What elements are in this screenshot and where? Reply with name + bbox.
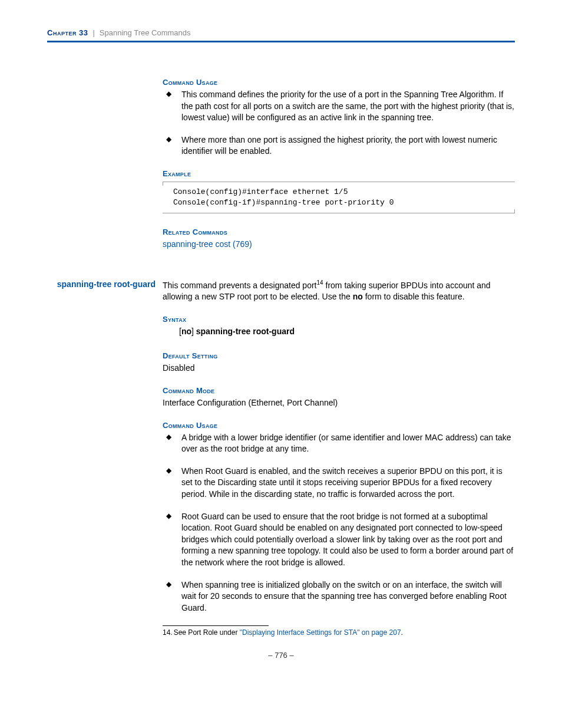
syntax-no-keyword: no — [181, 327, 191, 336]
page-header: Chapter 33 | Spanning Tree Commands — [47, 28, 515, 37]
list-item: This command defines the priority for th… — [163, 89, 515, 124]
footnote-rule — [163, 625, 269, 626]
command-mode-heading: Command Mode — [163, 386, 515, 395]
syntax-heading: Syntax — [163, 315, 515, 324]
related-commands-heading: Related Commands — [163, 228, 515, 236]
footnote-link[interactable]: "Displaying Interface Settings for STA" … — [240, 628, 401, 637]
command-name-sidebar: spanning-tree root-guard — [47, 279, 163, 290]
list-item: Root Guard can be used to ensure that th… — [163, 511, 515, 569]
header-separator: | — [92, 28, 94, 37]
example-heading: Example — [163, 169, 515, 178]
footnote: 14.See Port Role under "Displaying Inter… — [163, 628, 515, 638]
command-usage-list-1: This command defines the priority for th… — [163, 89, 515, 157]
page-number: – 776 – — [47, 651, 515, 660]
syntax-line: [no] spanning-tree root-guard — [179, 326, 515, 338]
footnote-text: See Port Role under — [174, 628, 240, 637]
command-usage-heading-2: Command Usage — [163, 421, 515, 430]
command-intro: This command prevents a designated port1… — [163, 279, 515, 303]
chapter-label: Chapter 33 — [47, 28, 88, 37]
footnote-ref[interactable]: 14 — [316, 279, 323, 286]
default-setting-value: Disabled — [163, 363, 515, 374]
chapter-title: Spanning Tree Commands — [100, 28, 191, 37]
intro-no-keyword: no — [353, 292, 363, 301]
list-item: Where more than one port is assigned the… — [163, 134, 515, 157]
header-rule — [47, 41, 515, 42]
command-usage-heading: Command Usage — [163, 78, 515, 87]
list-item: A bridge with a lower bridge identifier … — [163, 432, 515, 455]
command-mode-value: Interface Configuration (Ethernet, Port … — [163, 397, 515, 409]
command-usage-list-2: A bridge with a lower bridge identifier … — [163, 432, 515, 614]
footnote-number: 14. — [163, 628, 173, 637]
related-command-link[interactable]: spanning-tree cost (769) — [163, 239, 252, 249]
default-setting-heading: Default Setting — [163, 351, 515, 360]
example-code-block: Console(config)#interface ethernet 1/5 C… — [163, 182, 515, 213]
list-item: When Root Guard is enabled, and the swit… — [163, 466, 515, 500]
intro-text: form to disable this feature. — [363, 292, 465, 301]
list-item: When spanning tree is initialized global… — [163, 579, 515, 614]
syntax-command: spanning-tree root-guard — [196, 327, 295, 336]
intro-text: This command prevents a designated port — [163, 281, 316, 290]
footnote-text: . — [401, 628, 403, 637]
